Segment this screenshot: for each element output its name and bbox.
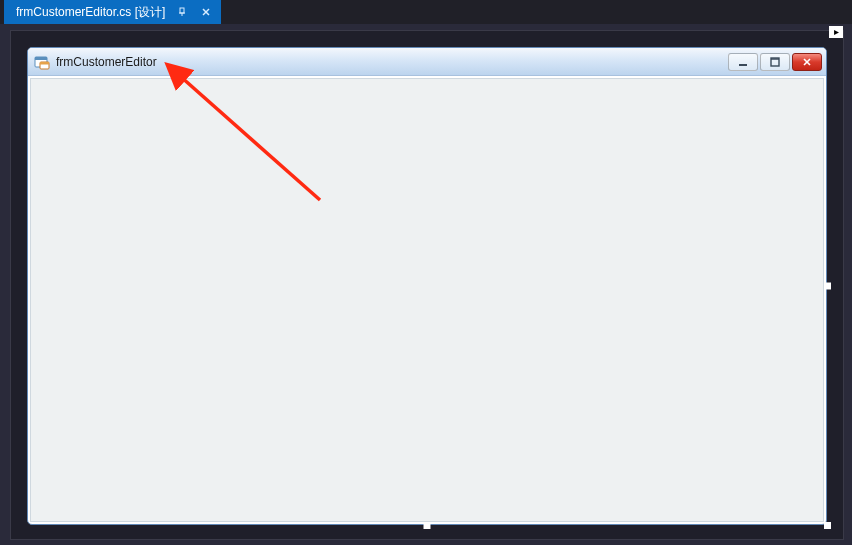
svg-rect-8: [40, 62, 49, 65]
winforms-app-icon: [34, 54, 50, 70]
resize-handle-corner[interactable]: [824, 522, 831, 529]
resize-handle-right[interactable]: [824, 283, 831, 290]
form-client-area[interactable]: [30, 78, 824, 522]
form-title: frmCustomerEditor: [56, 55, 157, 69]
close-icon: [802, 57, 812, 67]
svg-rect-9: [739, 64, 747, 66]
form-selection-container: frmCustomerEditor: [27, 47, 827, 525]
form-titlebar[interactable]: frmCustomerEditor: [28, 48, 826, 76]
tab-frmcustomereditor[interactable]: frmCustomerEditor.cs [设计]: [4, 0, 221, 24]
minimize-icon: [738, 57, 748, 67]
tab-label: frmCustomerEditor.cs [设计]: [16, 4, 165, 21]
workspace: frmCustomerEditor.cs [设计] ▸: [0, 0, 852, 545]
tabstrip: frmCustomerEditor.cs [设计]: [4, 0, 221, 24]
maximize-button[interactable]: [760, 53, 790, 71]
minimize-button[interactable]: [728, 53, 758, 71]
svg-rect-0: [180, 8, 184, 13]
pin-icon[interactable]: [175, 5, 189, 19]
tab-close-icon[interactable]: [199, 5, 213, 19]
form-window[interactable]: frmCustomerEditor: [27, 47, 827, 525]
designer-surface[interactable]: ▸ frmCustomerEditor: [10, 30, 844, 540]
resize-handle-bottom[interactable]: [424, 522, 431, 529]
maximize-icon: [770, 57, 780, 67]
overflow-chevron-icon[interactable]: ▸: [829, 26, 843, 38]
svg-rect-6: [35, 57, 47, 60]
close-button[interactable]: [792, 53, 822, 71]
caption-buttons: [728, 53, 822, 71]
